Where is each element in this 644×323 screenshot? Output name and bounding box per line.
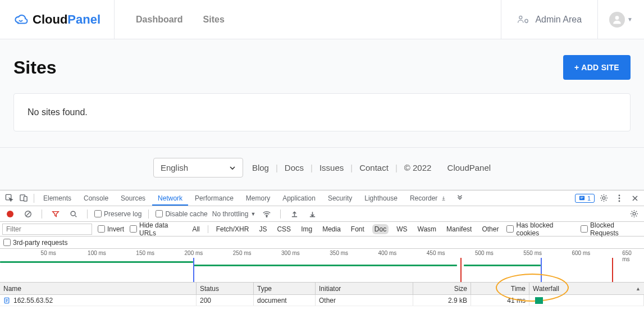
type-wasm[interactable]: Wasm — [415, 224, 439, 234]
type-all[interactable]: All — [190, 224, 202, 234]
col-initiator[interactable]: Initiator — [316, 283, 413, 294]
upload-har-icon[interactable] — [287, 207, 301, 221]
col-time[interactable]: Time — [471, 283, 529, 294]
wifi-icon[interactable] — [260, 207, 273, 221]
tab-security[interactable]: Security — [322, 191, 358, 206]
timeline-tick: 200 ms — [185, 250, 203, 256]
network-toolbar: Preserve log Disable cache No throttling… — [0, 206, 644, 222]
page-title: Sites — [13, 57, 56, 78]
type-media[interactable]: Media — [320, 224, 343, 234]
user-menu[interactable]: ▼ — [597, 0, 644, 39]
search-icon[interactable] — [67, 207, 80, 221]
timeline-tick: 400 ms — [378, 250, 397, 256]
main-nav: Dashboard Sites — [115, 15, 246, 25]
svg-point-15 — [266, 216, 267, 217]
timeline-tick: 50 ms — [41, 250, 56, 256]
throttling-select[interactable]: No throttling ▼ — [212, 210, 256, 218]
tab-network[interactable]: Network — [152, 191, 188, 206]
network-settings-gear-icon[interactable] — [627, 207, 641, 221]
network-row[interactable]: 162.55.63.52 200 document Other 2.9 kB 4… — [0, 295, 644, 306]
users-gear-icon — [517, 15, 529, 25]
clear-button[interactable] — [21, 207, 35, 221]
has-blocked-cookies-checkbox[interactable]: Has blocked cookies — [506, 221, 575, 237]
nav-sites[interactable]: Sites — [203, 15, 225, 25]
language-select[interactable]: English — [153, 158, 243, 178]
col-waterfall[interactable]: Waterfall▲ — [529, 283, 644, 294]
close-devtools-icon[interactable] — [628, 192, 642, 205]
col-name[interactable]: Name — [0, 283, 197, 294]
timeline-tick: 500 ms — [475, 250, 494, 256]
type-css[interactable]: CSS — [275, 224, 293, 234]
download-har-icon[interactable] — [305, 207, 319, 221]
tab-memory[interactable]: Memory — [240, 191, 276, 206]
network-filter-bar-2: 3rd-party requests — [0, 236, 644, 249]
admin-area-label: Admin Area — [535, 15, 582, 25]
col-status[interactable]: Status — [197, 283, 254, 294]
brand[interactable]: CloudPanel — [0, 0, 115, 39]
filter-funnel-icon[interactable] — [49, 207, 62, 221]
type-js[interactable]: JS — [257, 224, 269, 234]
more-tabs-icon[interactable] — [453, 192, 467, 205]
type-img[interactable]: Img — [299, 224, 314, 234]
app-footer: English Blog| Docs| Issues| Contact| © 2… — [0, 148, 644, 190]
settings-gear-icon[interactable] — [597, 192, 610, 205]
type-doc[interactable]: Doc — [372, 224, 389, 234]
svg-point-16 — [633, 212, 636, 215]
nav-dashboard[interactable]: Dashboard — [136, 15, 183, 25]
inspect-icon[interactable] — [2, 192, 16, 205]
devtools-tabs: Elements Console Sources Network Perform… — [0, 190, 644, 206]
timeline-tick: 450 ms — [427, 250, 445, 256]
svg-point-14 — [71, 211, 75, 216]
issues-indicator[interactable]: 1 — [575, 194, 595, 203]
record-button[interactable] — [3, 207, 17, 221]
svg-point-9 — [602, 197, 605, 199]
row-type: document — [254, 295, 316, 306]
footer-contact[interactable]: Contact — [359, 163, 389, 172]
svg-point-10 — [619, 194, 620, 196]
tab-recorder[interactable]: Recorder — [404, 191, 452, 206]
kebab-menu-icon[interactable] — [613, 192, 626, 205]
avatar-icon — [609, 12, 625, 28]
third-party-checkbox[interactable]: 3rd-party requests — [3, 239, 67, 247]
blocked-requests-checkbox[interactable]: Blocked Requests — [581, 221, 642, 237]
timeline-tick: 250 ms — [233, 250, 252, 256]
footer-issues[interactable]: Issues — [319, 163, 344, 172]
row-initiator: Other — [316, 295, 413, 306]
timeline-tick: 550 ms — [523, 250, 542, 256]
type-manifest[interactable]: Manifest — [444, 224, 474, 234]
type-other[interactable]: Other — [479, 224, 501, 234]
footer-blog[interactable]: Blog — [252, 163, 269, 172]
language-value: English — [161, 163, 188, 172]
filter-input[interactable] — [2, 224, 92, 235]
timeline-tick: 150 ms — [136, 250, 154, 256]
row-name: 162.55.63.52 — [13, 297, 53, 304]
tab-elements[interactable]: Elements — [38, 191, 77, 206]
type-font[interactable]: Font — [349, 224, 367, 234]
footer-docs[interactable]: Docs — [285, 163, 304, 172]
chevron-down-icon: ▼ — [627, 16, 633, 22]
empty-message: No sites found. — [28, 107, 88, 117]
type-fetch[interactable]: Fetch/XHR — [214, 224, 252, 234]
invert-checkbox[interactable]: Invert — [98, 225, 124, 233]
svg-rect-7 — [581, 197, 584, 198]
tab-lighthouse[interactable]: Lighthouse — [359, 191, 403, 206]
col-size[interactable]: Size — [413, 283, 471, 294]
row-size: 2.9 kB — [413, 295, 471, 306]
preserve-log-checkbox[interactable]: Preserve log — [94, 210, 141, 218]
disable-cache-checkbox[interactable]: Disable cache — [156, 210, 207, 218]
tab-application[interactable]: Application — [277, 191, 321, 206]
tab-sources[interactable]: Sources — [115, 191, 151, 206]
add-site-button[interactable]: + ADD SITE — [563, 55, 631, 80]
type-ws[interactable]: WS — [394, 224, 409, 234]
network-timeline[interactable]: 50 ms100 ms150 ms200 ms250 ms300 ms350 m… — [0, 249, 644, 283]
tab-console[interactable]: Console — [78, 191, 114, 206]
col-type[interactable]: Type — [254, 283, 316, 294]
devtools-panel: Elements Console Sources Network Perform… — [0, 190, 644, 306]
cloud-logo-icon — [13, 12, 28, 27]
device-toggle-icon[interactable] — [17, 192, 30, 205]
tab-performance[interactable]: Performance — [189, 191, 239, 206]
hide-data-urls-checkbox[interactable]: Hide data URLs — [130, 221, 184, 237]
admin-area-link[interactable]: Admin Area — [501, 0, 597, 39]
svg-point-0 — [519, 16, 522, 19]
app-header: CloudPanel Dashboard Sites Admin Area ▼ — [0, 0, 644, 39]
